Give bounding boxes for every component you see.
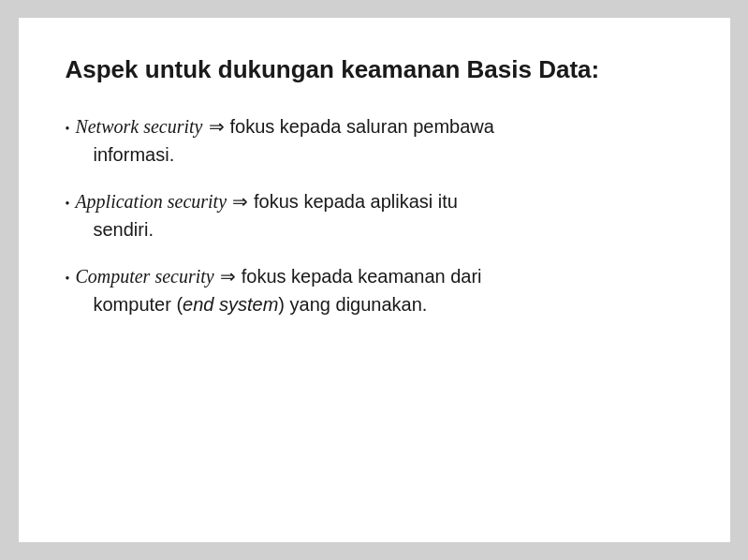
- application-line1: • Application security ⇒ fokus kepada ap…: [66, 187, 683, 215]
- application-text1: fokus kepada aplikasi itu: [254, 187, 458, 215]
- application-line2: sendiri.: [66, 215, 683, 243]
- computer-arrow: ⇒: [220, 262, 236, 290]
- bullet-dot-3: •: [66, 269, 70, 288]
- bullet-dot-2: •: [66, 194, 70, 214]
- network-text1: fokus kepada saluran pembawa: [230, 112, 494, 140]
- network-arrow: ⇒: [209, 112, 225, 140]
- list-item-network: • Network security ⇒ fokus kepada salura…: [66, 112, 683, 169]
- application-label: Application security: [75, 187, 227, 215]
- computer-text1: fokus kepada keamanan dari: [242, 262, 482, 290]
- slide-container: Aspek untuk dukungan keamanan Basis Data…: [19, 18, 730, 542]
- computer-end-system: end system: [183, 294, 278, 315]
- bullet-list: • Network security ⇒ fokus kepada salura…: [66, 112, 683, 318]
- list-item-application: • Application security ⇒ fokus kepada ap…: [66, 187, 683, 243]
- computer-line2-prefix: komputer (: [94, 294, 183, 315]
- list-item-computer: • Computer security ⇒ fokus kepada keama…: [66, 262, 683, 318]
- bullet-dot-1: •: [66, 119, 70, 139]
- computer-line1: • Computer security ⇒ fokus kepada keama…: [66, 262, 683, 290]
- network-label: Network security: [75, 112, 202, 140]
- computer-label: Computer security: [75, 262, 213, 290]
- network-line2: informasi.: [66, 140, 683, 169]
- slide-title: Aspek untuk dukungan keamanan Basis Data…: [66, 55, 683, 84]
- application-arrow: ⇒: [232, 187, 248, 215]
- computer-line2: komputer (end system) yang digunakan.: [66, 290, 683, 318]
- network-line1: • Network security ⇒ fokus kepada salura…: [66, 112, 683, 140]
- computer-line2-suffix: ) yang digunakan.: [278, 294, 427, 315]
